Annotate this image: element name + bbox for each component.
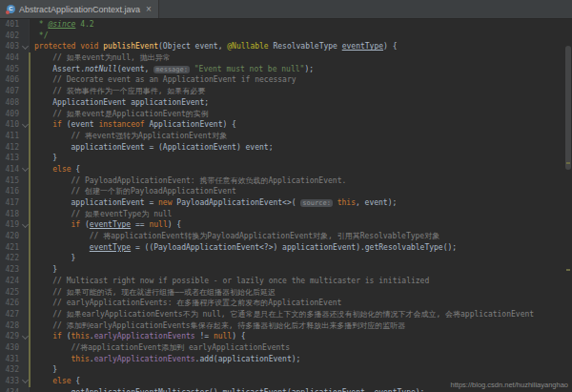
line-number[interactable]: 414: [0, 164, 21, 175]
code-token: // 将applicationEvent转换为PayloadApplicatio…: [34, 232, 439, 240]
line-number[interactable]: 421: [0, 242, 21, 254]
code-line[interactable]: // Multicast right now if possible - or …: [34, 276, 572, 287]
scrollbar-thumb[interactable]: [565, 46, 571, 170]
code-line[interactable]: // 创建一个新的PayloadApplicationEvent: [34, 186, 572, 197]
fold-marker-icon[interactable]: [21, 124, 29, 127]
gutter-row: 404: [0, 52, 29, 64]
line-number[interactable]: 402: [0, 31, 21, 42]
code-token: else: [52, 377, 71, 385]
line-number[interactable]: 429: [0, 331, 21, 342]
line-number[interactable]: 408: [0, 97, 21, 109]
line-number[interactable]: 404: [0, 52, 21, 64]
code-line[interactable]: //将applicationEvent添加到 earlyApplicationE…: [34, 342, 572, 354]
line-number[interactable]: 423: [0, 264, 21, 276]
code-line[interactable]: if (event instanceof ApplicationEvent) {: [34, 119, 572, 131]
code-token: ) {: [383, 42, 397, 51]
code-line[interactable]: // 将event强转为ApplicationEvent对象: [34, 131, 572, 142]
code-line[interactable]: }: [34, 253, 572, 264]
line-number[interactable]: 410: [0, 119, 21, 131]
line-number[interactable]: 420: [0, 231, 21, 242]
code-token: [34, 120, 52, 129]
editor: 4014024034044054064074084094104114124134…: [0, 19, 572, 392]
code-line[interactable]: // Decorate event as an ApplicationEvent…: [34, 74, 572, 86]
line-number[interactable]: 419: [0, 219, 21, 231]
code-token: instanceof: [98, 120, 144, 129]
code-line[interactable]: // 如果event为null, 抛出异常: [34, 52, 572, 64]
line-number[interactable]: 425: [0, 287, 21, 299]
line-number[interactable]: 426: [0, 298, 21, 309]
fold-marker-icon[interactable]: [21, 224, 29, 227]
line-number[interactable]: 416: [0, 186, 21, 197]
code-line[interactable]: }: [34, 264, 572, 276]
line-number[interactable]: 407: [0, 86, 21, 97]
fold-marker-icon[interactable]: [21, 336, 29, 339]
line-number[interactable]: 433: [0, 376, 21, 387]
code-token: [34, 220, 72, 229]
code-line[interactable]: */: [34, 31, 572, 42]
line-number[interactable]: 405: [0, 64, 21, 75]
code-line[interactable]: // 如果earlyApplicationEvents不为 null, 它通常是…: [34, 309, 572, 320]
line-number[interactable]: 413: [0, 153, 21, 164]
code-token: // earlyApplicationEvents: 在多播程序设置之前发布的A…: [34, 299, 341, 307]
code-area[interactable]: * @since 4.2 */protected void publishEve…: [30, 19, 572, 392]
code-token: [34, 243, 90, 252]
code-line[interactable]: // 添加到earlyApplicationEvents集保存起来, 待多播器初…: [34, 320, 572, 332]
fold-marker-icon[interactable]: [21, 46, 29, 49]
code-line[interactable]: // PayloadApplicationEvent: 携带任意有效负载的App…: [34, 175, 572, 187]
line-number[interactable]: 431: [0, 354, 21, 365]
code-line[interactable]: else {: [34, 164, 572, 175]
fold-marker-icon[interactable]: [21, 168, 29, 171]
line-number[interactable]: 432: [0, 364, 21, 376]
code-line[interactable]: // 装饰事件作为一个应用事件, 如果有必要: [34, 86, 572, 97]
gutter-row: 429: [0, 331, 29, 342]
line-number[interactable]: 401: [0, 19, 21, 31]
line-number[interactable]: 434: [0, 387, 21, 392]
line-number[interactable]: 424: [0, 276, 21, 287]
code-line[interactable]: Assert.notNull(event, message: "Event mu…: [34, 64, 572, 75]
line-number[interactable]: 428: [0, 320, 21, 332]
code-line[interactable]: eventType = ((PayloadApplicationEvent<?>…: [34, 242, 572, 254]
code-line[interactable]: // 将applicationEvent转换为PayloadApplicatio…: [34, 231, 572, 242]
code-line[interactable]: if (eventType == null) {: [34, 219, 572, 231]
code-line[interactable]: * @since 4.2: [34, 19, 572, 31]
code-token: applicationEvent =: [34, 198, 158, 207]
code-line[interactable]: // earlyApplicationEvents: 在多播程序设置之前发布的A…: [34, 298, 572, 309]
code-line[interactable]: ApplicationEvent applicationEvent;: [34, 97, 572, 109]
code-line[interactable]: this.earlyApplicationEvents.add(applicat…: [34, 354, 572, 365]
code-token: }: [34, 154, 57, 162]
code-line[interactable]: applicationEvent = new PayloadApplicatio…: [34, 197, 572, 209]
code-token: null: [214, 332, 232, 340]
code-line[interactable]: applicationEvent = (ApplicationEvent) ev…: [34, 142, 572, 154]
code-line[interactable]: // 如果event是ApplicationEvent的实例: [34, 109, 572, 120]
editor-tab-bar: C AbstractApplicationContext.java ×: [0, 0, 572, 19]
line-number[interactable]: 409: [0, 109, 21, 120]
line-number[interactable]: 411: [0, 131, 21, 142]
code-line[interactable]: // 如果eventType为 null: [34, 209, 572, 220]
code-token: @since: [48, 20, 75, 29]
line-number[interactable]: 403: [0, 41, 21, 52]
line-number[interactable]: 415: [0, 175, 21, 187]
line-number[interactable]: 417: [0, 197, 21, 209]
line-number[interactable]: 422: [0, 253, 21, 264]
line-number[interactable]: 406: [0, 74, 21, 86]
line-number[interactable]: 412: [0, 142, 21, 154]
code-token: if: [72, 220, 81, 229]
code-token: ResolvableType: [269, 42, 342, 51]
code-line[interactable]: // 如果可能的话, 现在就进行组播——或者在组播器初始化后延迟: [34, 287, 572, 299]
gutter-row: 414: [0, 164, 29, 175]
code-token: [34, 332, 52, 340]
fold-marker-icon[interactable]: [21, 380, 29, 382]
code-line[interactable]: }: [34, 364, 572, 376]
code-token: .add(applicationEvent);: [195, 355, 301, 363]
line-number[interactable]: 418: [0, 209, 21, 220]
code-line[interactable]: }: [34, 153, 572, 164]
gutter-row: 432: [0, 364, 29, 376]
code-line[interactable]: protected void publishEvent(Object event…: [34, 41, 572, 52]
code-token: // Multicast right now if possible - or …: [34, 277, 429, 285]
line-number[interactable]: 427: [0, 309, 21, 320]
code-line[interactable]: if (this.earlyApplicationEvents != null)…: [34, 331, 572, 342]
code-token: [34, 377, 52, 385]
line-number[interactable]: 430: [0, 342, 21, 354]
tab-close-icon[interactable]: ×: [146, 5, 152, 14]
editor-tab[interactable]: C AbstractApplicationContext.java ×: [0, 0, 159, 18]
